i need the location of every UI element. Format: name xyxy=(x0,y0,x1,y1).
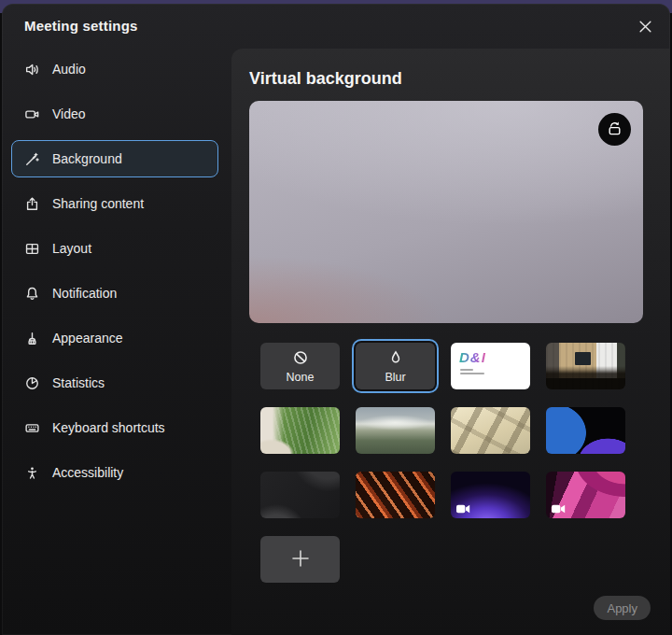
sidebar-item-label: Background xyxy=(52,151,122,166)
bg-option-living-room[interactable] xyxy=(260,407,340,454)
meeting-settings-dialog: Meeting settings Audio Video Background xyxy=(2,4,670,635)
paintbrush-icon xyxy=(24,331,40,346)
bg-option-label: None xyxy=(287,371,315,384)
bg-option-office-room[interactable] xyxy=(546,343,625,389)
dandi-logo-text: D&I xyxy=(459,349,486,365)
camera-badge-icon xyxy=(456,502,470,512)
background-grid: None Blur D&I xyxy=(260,343,625,583)
video-camera-icon xyxy=(24,106,40,122)
pie-chart-icon xyxy=(24,375,40,391)
bg-option-lava-texture[interactable] xyxy=(356,472,435,518)
sidebar-item-notification[interactable]: Notification xyxy=(11,275,218,312)
sidebar-item-accessibility[interactable]: Accessibility xyxy=(11,454,218,491)
add-background-button[interactable] xyxy=(260,536,340,583)
sidebar-item-layout[interactable]: Layout xyxy=(11,230,218,267)
bg-option-d-and-i-logo[interactable]: D&I xyxy=(451,343,530,389)
bg-option-window-light[interactable] xyxy=(451,407,530,454)
plus-icon xyxy=(290,548,311,572)
bg-option-abstract-blue-purple[interactable] xyxy=(546,407,625,454)
sidebar-item-label: Audio xyxy=(52,62,86,77)
sidebar-item-label: Sharing content xyxy=(52,196,144,211)
sidebar: Audio Video Background Sharing content L xyxy=(11,50,218,499)
virtual-background-panel: Virtual background None xyxy=(231,49,670,635)
close-button[interactable] xyxy=(633,16,657,40)
sidebar-item-statistics[interactable]: Statistics xyxy=(11,364,218,402)
sidebar-item-audio[interactable]: Audio xyxy=(11,50,218,88)
dandi-caption-line xyxy=(460,369,473,371)
water-drop-icon xyxy=(387,349,404,369)
prohibition-icon xyxy=(292,349,309,369)
bg-option-blur[interactable]: Blur xyxy=(356,343,435,389)
sidebar-item-sharing-content[interactable]: Sharing content xyxy=(11,185,218,222)
sidebar-item-background[interactable]: Background xyxy=(11,140,218,177)
camera-preview xyxy=(249,101,643,323)
bell-icon xyxy=(24,286,40,302)
sidebar-item-label: Keyboard shortcuts xyxy=(52,420,165,435)
panel-title: Virtual background xyxy=(249,69,402,89)
sidebar-item-label: Notification xyxy=(52,286,117,301)
sidebar-item-label: Accessibility xyxy=(52,465,123,480)
magic-wand-icon xyxy=(24,151,40,167)
bg-option-blurred-mountains[interactable] xyxy=(356,407,435,454)
sidebar-item-video[interactable]: Video xyxy=(11,95,218,133)
sidebar-item-label: Layout xyxy=(52,241,91,256)
layout-grid-icon xyxy=(24,241,40,257)
dandi-caption-line xyxy=(460,373,484,374)
sidebar-item-label: Appearance xyxy=(52,331,123,346)
keyboard-icon xyxy=(24,420,40,436)
office-tv-screen xyxy=(575,352,592,365)
share-icon xyxy=(24,196,40,212)
flip-camera-icon xyxy=(606,120,623,140)
dialog-title: Meeting settings xyxy=(24,18,138,34)
sidebar-item-keyboard-shortcuts[interactable]: Keyboard shortcuts xyxy=(11,409,218,446)
speaker-icon xyxy=(24,62,40,78)
accessibility-icon xyxy=(24,465,40,481)
apply-button[interactable]: Apply xyxy=(594,596,651,620)
bg-option-none[interactable]: None xyxy=(260,343,340,389)
sidebar-item-appearance[interactable]: Appearance xyxy=(11,319,218,357)
bg-option-purple-glow-video[interactable] xyxy=(451,472,530,518)
bg-option-dark-swirl[interactable] xyxy=(260,472,340,518)
flip-camera-button[interactable] xyxy=(598,113,631,146)
close-icon xyxy=(638,20,652,36)
camera-badge-icon xyxy=(552,502,566,512)
bg-option-pink-waves-video[interactable] xyxy=(546,472,625,518)
sidebar-item-label: Statistics xyxy=(52,375,105,390)
sidebar-item-label: Video xyxy=(52,106,86,121)
bg-option-label: Blur xyxy=(385,371,405,384)
